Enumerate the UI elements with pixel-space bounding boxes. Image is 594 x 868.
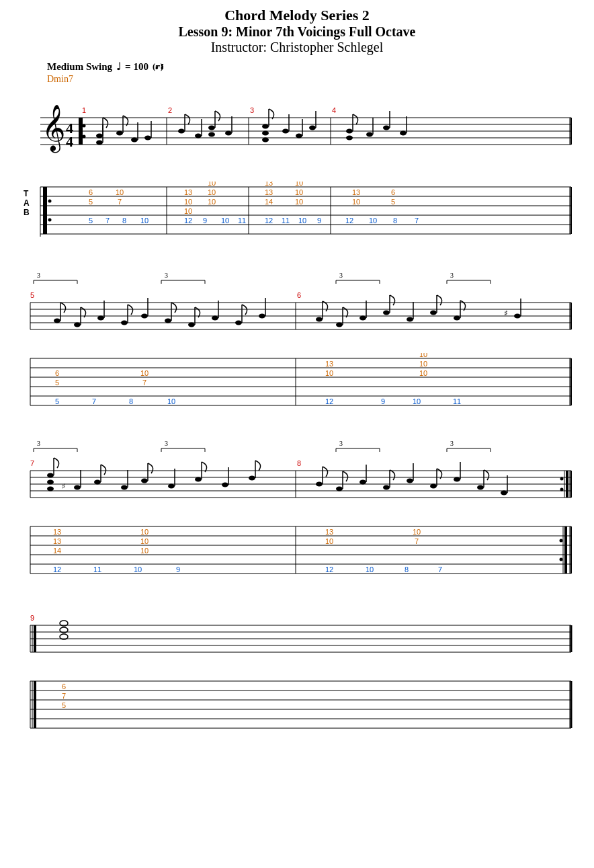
tab-num: 13 [53,537,61,545]
svg-point-90 [97,316,104,321]
tab-num: 11 [238,216,246,225]
measure-1-num: 1 [82,106,86,114]
triplet-bracket: 3 [339,440,343,447]
tab-num: 10 [325,537,333,545]
tab-num: 10 [419,353,427,358]
system-2-notation: 3 3 3 3 5 [20,266,574,353]
svg-point-182 [407,479,413,483]
svg-point-11 [96,141,103,145]
tab-num: 12 [345,216,353,225]
tab-num: 5 [55,379,59,387]
tab-num: 6 [62,682,66,691]
tab-num: 11 [282,216,290,225]
tab-num: 10 [295,198,303,206]
tab-t: T [24,189,29,198]
svg-point-165 [168,484,175,489]
svg-point-48 [400,131,407,136]
measure-6-num: 6 [297,291,301,299]
svg-point-180 [383,485,390,490]
tab-num: 10 [208,188,216,196]
measure-9-num: 9 [30,614,34,622]
tab-num: 13 [184,188,192,196]
svg-point-194 [560,477,564,481]
tab-num: 7 [92,397,96,405]
tab-num: 10 [366,565,374,574]
tab-num: 13 [325,528,333,536]
svg-point-174 [316,482,323,487]
tab-num: 8 [122,216,126,225]
system-2: 3 3 3 3 5 [20,266,574,413]
system-3: 3 3 3 3 7 ♯ [20,434,574,588]
tab-num: 10 [413,397,421,405]
tab-num: 12 [325,397,333,405]
tab-num: 10 [352,198,360,206]
tab-num: 10 [184,198,192,206]
svg-point-167 [195,477,202,482]
svg-point-9 [96,134,103,139]
tab-num: 7 [118,198,122,206]
tab-num: 7 [62,692,66,700]
tab-num: 10 [134,565,142,574]
tab-num: 12 [53,565,61,574]
svg-point-42 [346,136,353,141]
triplet-bracket: 3 [37,440,40,447]
svg-point-94 [141,314,148,319]
tab-num: 9 [203,216,207,225]
system-3-tab: 13 13 14 10 10 10 12 11 10 9 13 10 10 7 … [20,521,574,588]
svg-point-178 [359,480,366,485]
tab-num: 11 [453,397,461,405]
svg-point-107 [316,317,323,322]
tab-num: 13 [352,188,360,196]
tab-num: 6 [391,188,395,196]
svg-point-13 [116,131,123,136]
tab-num: 14 [265,198,273,206]
svg-point-34 [282,129,289,134]
svg-point-15 [131,138,138,143]
svg-point-153 [47,473,54,478]
page: Chord Melody Series 2 Lesson 9: Minor 7t… [0,0,594,756]
tab-num: 13 [265,182,273,187]
svg-point-8 [83,135,86,139]
measure-2-num: 2 [168,106,172,114]
svg-point-121 [514,314,521,319]
svg-point-117 [430,311,437,315]
tempo-line: Medium Swing ♩ = 100 (𝅘𝅘=𝅘𝅘𝅘) [47,61,574,73]
system-1-notation: 𝄞 4 4 1 [20,87,574,182]
tab-num: 5 [62,701,66,709]
measure-7-num: 7 [30,459,34,467]
tab-a: A [24,198,30,208]
triplet-bracket: 3 [165,440,168,447]
treble-clef: 𝄞 [42,105,65,153]
tab-num: 7 [142,379,146,387]
svg-point-86 [54,319,60,323]
tab-num: 9 [381,397,385,405]
tab-num: 10 [298,216,306,225]
svg-point-46 [383,126,390,130]
instructor: Instructor: Christopher Schlegel [20,40,574,55]
tab-num: 10 [140,216,148,225]
measure-8-num: 8 [297,459,301,467]
tempo-bpm: = 100 [125,61,148,73]
measure-4-num: 4 [332,106,336,114]
system-4-tab: 6 7 5 [20,676,574,729]
tab-num: 10 [221,216,229,225]
tab-num: 10 [413,528,421,536]
svg-point-38 [309,126,316,130]
tab-num: 8 [393,216,397,225]
tab-num: 7 [415,537,419,545]
svg-point-104 [259,314,265,319]
tab-num: 10 [419,360,427,368]
system-1: 𝄞 4 4 1 [20,87,574,245]
tab-num: 9 [317,216,321,225]
tab-num: 13 [265,188,273,196]
svg-point-102 [235,321,242,325]
svg-point-36 [296,134,302,139]
tab-num: 5 [55,397,59,405]
svg-point-98 [188,323,195,327]
svg-point-61 [48,200,52,203]
tab-num: 6 [89,188,93,196]
svg-point-44 [366,132,373,137]
svg-point-88 [74,323,81,327]
tab-num: 5 [391,198,395,206]
triplet-bracket: 3 [37,272,40,279]
